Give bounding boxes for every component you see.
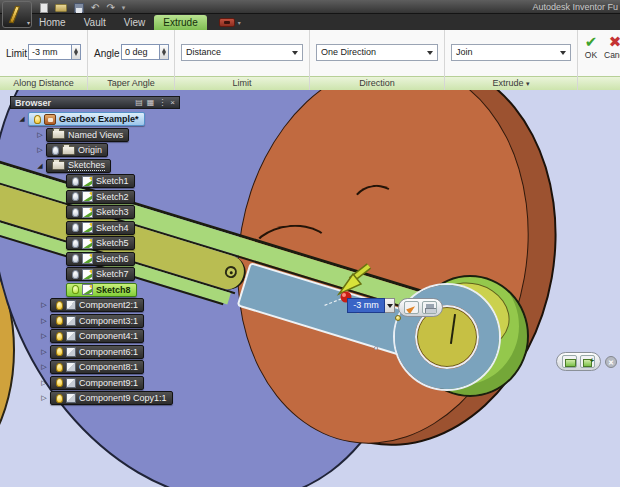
limit-spinner[interactable] — [72, 44, 81, 60]
tree-item[interactable]: Gearbox Example* — [28, 112, 145, 126]
tree-row: Sketch6 — [66, 252, 288, 266]
bulb-gray-icon — [72, 208, 79, 217]
tree-item[interactable]: Sketch1 — [66, 174, 135, 188]
tree-row: Sketch7 — [66, 267, 288, 281]
chevron-down-icon[interactable]: ▾ — [122, 4, 126, 12]
tree-item-label: Named Views — [68, 130, 123, 140]
bulb-yellow-icon — [34, 115, 41, 124]
expand-icon[interactable]: ▷ — [40, 363, 48, 371]
tree-item[interactable]: Named Views — [46, 128, 129, 142]
tree-item[interactable]: Sketch8 — [66, 283, 137, 297]
boolean-dropdown[interactable]: Join — [451, 44, 571, 61]
tree-item[interactable]: Component4:1 — [50, 329, 144, 343]
bulb-yellow-icon — [56, 301, 63, 310]
angle-field-label: Angle — [94, 48, 120, 59]
bulb-gray-icon — [72, 177, 79, 186]
group-boolean-options: Join Extrude ▾ — [445, 30, 578, 90]
close-icon[interactable]: ✕ — [605, 356, 617, 368]
expand-icon[interactable]: ▷ — [40, 301, 48, 309]
tree-item[interactable]: Origin — [46, 143, 108, 157]
ok-button[interactable]: ✔ OK — [580, 34, 602, 60]
tab-vault[interactable]: Vault — [75, 15, 115, 30]
bulb-gray-icon — [72, 192, 79, 201]
tree-item[interactable]: Component8:1 — [50, 360, 144, 374]
group-extrude-confirm: ✔ OK ✖ Cancel — [578, 30, 620, 90]
tree-row: ▷Origin — [36, 143, 288, 157]
angle-spinner[interactable] — [160, 44, 169, 60]
tree-item[interactable]: Sketch6 — [66, 252, 135, 266]
collapse-icon[interactable]: ◢ — [18, 115, 26, 123]
window-title: Autodesk Inventor Fu — [532, 2, 618, 12]
expand-icon[interactable]: ▷ — [40, 348, 48, 356]
angle-input[interactable]: 0 deg — [121, 44, 160, 60]
sketch-icon — [82, 207, 93, 218]
green-table-icon[interactable] — [562, 355, 577, 368]
undo-icon[interactable]: ↶ — [91, 3, 99, 13]
tree-item[interactable]: Sketch4 — [66, 221, 135, 235]
tree-item[interactable]: Component2:1 — [50, 298, 144, 312]
expand-icon[interactable]: ▷ — [40, 332, 48, 340]
tree-row: Sketch3 — [66, 205, 288, 219]
browser-panel-header[interactable]: Browser ▤ ▦ ⋮ × — [10, 96, 180, 109]
tree-item-label: Sketch4 — [96, 223, 129, 233]
group-along-distance: Limit -3 mm Along Distance — [0, 30, 88, 90]
expand-icon[interactable]: ▷ — [36, 146, 44, 154]
bulb-gray-icon — [52, 146, 59, 155]
tree-item[interactable]: Component9 Copy1:1 — [50, 391, 173, 405]
kebab-menu-icon[interactable]: ⋮ — [158, 97, 166, 108]
tree-item-label: Component6:1 — [79, 347, 138, 357]
ribbon-tab-bar: Home Vault View Extrude ▾ — [0, 14, 620, 30]
printer-icon[interactable] — [422, 301, 437, 314]
open-folder-icon[interactable] — [55, 4, 67, 12]
bulb-yellow-icon — [56, 332, 63, 341]
save-icon[interactable] — [74, 3, 84, 13]
tree-item[interactable]: Sketch2 — [66, 190, 135, 204]
overflow-menu-button[interactable]: ▾ — [219, 18, 241, 30]
expand-icon[interactable]: ▷ — [40, 317, 48, 325]
expand-icon[interactable]: ▷ — [40, 394, 48, 402]
x-icon: ✖ — [604, 34, 620, 50]
tree-item-label: Sketch7 — [96, 269, 129, 279]
chevron-down-icon — [427, 51, 433, 55]
folder-icon — [62, 146, 75, 155]
tree-row: Sketch4 — [66, 221, 288, 235]
pencil-icon[interactable] — [404, 301, 419, 314]
redo-icon[interactable]: ↷ — [106, 3, 114, 13]
green-table-plus-icon[interactable] — [580, 355, 595, 368]
tree-row: ◢Sketches — [36, 159, 288, 173]
chevron-down-icon[interactable] — [385, 298, 395, 313]
tree-item[interactable]: Sketch3 — [66, 205, 135, 219]
application-menu-button[interactable]: ▾ — [2, 1, 32, 28]
tree-row: ▷Component3:1 — [40, 314, 288, 328]
chevron-down-icon: ▾ — [526, 80, 530, 88]
close-icon[interactable]: × — [170, 97, 175, 108]
tree-item[interactable]: Sketch7 — [66, 267, 135, 281]
cube-icon — [66, 362, 76, 372]
panel-dock-icon[interactable]: ▤ — [135, 97, 143, 108]
sketch-point[interactable] — [374, 346, 378, 350]
tree-item[interactable]: Sketch5 — [66, 236, 135, 250]
cancel-button[interactable]: ✖ Cancel — [604, 34, 620, 60]
tree-item-label: Sketches — [68, 160, 105, 171]
tree-row: ▷Named Views — [36, 128, 288, 142]
panel-layout-icon[interactable]: ▦ — [147, 97, 155, 108]
tab-view[interactable]: View — [115, 15, 155, 30]
direction-dropdown[interactable]: One Direction — [316, 44, 438, 61]
tree-row: ▷Component4:1 — [40, 329, 288, 343]
tree-item[interactable]: Component3:1 — [50, 314, 144, 328]
new-document-icon[interactable] — [40, 3, 48, 13]
limit-type-dropdown[interactable]: Distance — [181, 44, 303, 61]
tree-item[interactable]: Component9:1 — [50, 376, 144, 390]
tab-home[interactable]: Home — [30, 15, 75, 30]
limit-input[interactable]: -3 mm — [28, 44, 72, 60]
tree-item-label: Component8:1 — [79, 362, 138, 372]
chevron-down-icon: ▾ — [238, 19, 241, 26]
expand-icon[interactable]: ▷ — [40, 379, 48, 387]
expand-icon[interactable]: ▷ — [36, 131, 44, 139]
tree-item[interactable]: Sketches — [46, 159, 111, 173]
tab-extrude[interactable]: Extrude — [154, 15, 206, 30]
collapse-icon[interactable]: ◢ — [36, 162, 44, 170]
tree-item[interactable]: Component6:1 — [50, 345, 144, 359]
cube-icon — [66, 316, 76, 326]
extrude-distance-input[interactable]: -3 mm — [347, 298, 385, 313]
